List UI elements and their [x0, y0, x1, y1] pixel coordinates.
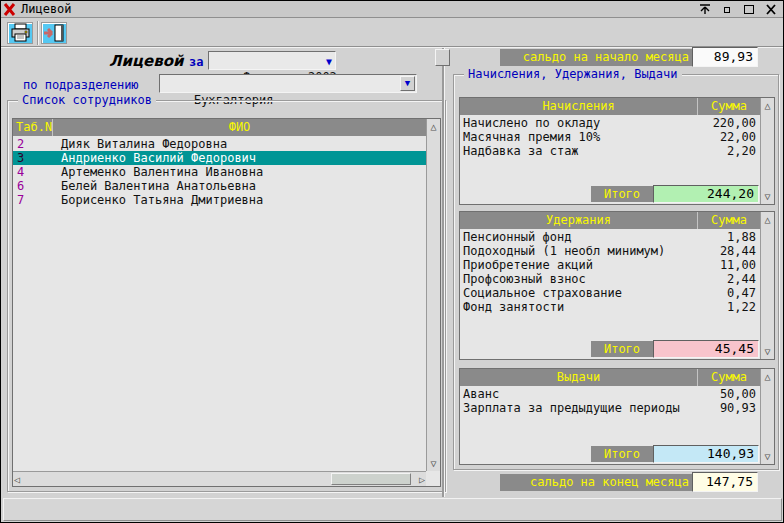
employees-group-title: Список сотрудников [18, 93, 156, 107]
table-row[interactable]: 2 Дияк Виталина Федоровна [13, 137, 426, 151]
accruals-body: Начислено по окладу 220,00 Масячная прем… [460, 116, 760, 184]
item-name: Фонд занятости [460, 300, 688, 314]
accruals-total: Итого 244,20 [591, 185, 759, 203]
scroll-up-icon[interactable]: △ [761, 99, 774, 112]
deductions-header: Удержания Сумма [460, 212, 760, 229]
deductions-total: Итого 45,45 [591, 340, 759, 358]
department-label: по подразделению [23, 78, 139, 92]
scroll-left-icon[interactable]: ◁ [14, 473, 20, 486]
row-tab-number: 2 [13, 137, 51, 151]
row-employee-name: Артеменко Валентина Ивановна [51, 165, 426, 179]
scroll-down-icon[interactable]: ▽ [761, 345, 774, 358]
payouts-total: Итого 140,93 [591, 445, 759, 463]
table-row[interactable]: 6 Белей Валентина Анатольевна [13, 179, 426, 193]
total-label: Итого [591, 341, 653, 357]
scroll-up-icon[interactable]: △ [761, 370, 774, 383]
department-select[interactable]: Бухгалтерия ▼ [159, 74, 417, 93]
item-amount: 2,20 [688, 144, 760, 158]
list-item[interactable]: Пенсионный фонд 1,88 [460, 230, 760, 244]
restore-icon[interactable] [719, 2, 735, 16]
table-row[interactable]: 7 Борисенко Татьяна Дмитриевна [13, 193, 426, 207]
accruals-header: Начисления Сумма [460, 98, 760, 115]
close-icon[interactable] [763, 2, 779, 16]
employees-groupbox: Список сотрудников Таб.N ФИО 2 Дияк Вита… [7, 100, 446, 492]
list-item[interactable]: Аванс 50,00 [460, 387, 760, 401]
list-item[interactable]: Масячная премия 10% 22,00 [460, 130, 760, 144]
list-item[interactable]: Зарплата за предыдущие периоды 90,93 [460, 401, 760, 415]
item-amount: 11,00 [688, 258, 760, 272]
saldo-end-value: 147,75 [692, 472, 758, 492]
vertical-scrollbar[interactable]: △ ▽ [426, 119, 440, 471]
item-amount: 22,00 [688, 130, 760, 144]
item-name: Аванс [460, 387, 688, 401]
total-label: Итого [591, 186, 653, 202]
row-tab-number: 6 [13, 179, 51, 193]
item-name: Профсоюзный взнос [460, 272, 688, 286]
row-employee-name: Борисенко Татьяна Дмитриевна [51, 193, 426, 207]
list-item[interactable]: Социальное страхование 0,47 [460, 286, 760, 300]
total-value: 244,20 [653, 185, 759, 203]
saldo-start-value: 89,93 [692, 47, 758, 67]
printer-icon [8, 23, 32, 43]
list-item[interactable]: Профсоюзный взнос 2,44 [460, 272, 760, 286]
horizontal-scrollbar[interactable]: ◁ ▷ [13, 471, 426, 486]
list-item[interactable]: Приобретение акций 11,00 [460, 258, 760, 272]
employees-table-body: 2 Дияк Виталина Федоровна 3 Андриенко Ва… [13, 137, 426, 471]
amount-column-header: Сумма [698, 98, 760, 115]
list-item[interactable]: Фонд занятости 1,22 [460, 300, 760, 314]
item-name: Начислено по окладу [460, 116, 688, 130]
column-header-tabn[interactable]: Таб.N [13, 119, 53, 136]
row-employee-name: Дияк Виталина Федоровна [51, 137, 426, 151]
rollup-icon[interactable] [697, 2, 713, 16]
section-title: Начисления [460, 98, 698, 115]
list-item[interactable]: Надбавка за стаж 2,20 [460, 144, 760, 158]
section-title: Удержания [460, 212, 698, 229]
item-amount: 220,00 [688, 116, 760, 130]
item-name: Подоходный (1 необл минимум) [460, 244, 688, 258]
title-bar[interactable]: Лицевой [1, 1, 783, 18]
row-tab-number: 3 [13, 151, 51, 165]
list-item[interactable]: Подоходный (1 необл минимум) 28,44 [460, 244, 760, 258]
item-name: Социальное страхование [460, 286, 688, 300]
item-name: Надбавка за стаж [460, 144, 688, 158]
scroll-down-icon[interactable]: ▽ [427, 457, 440, 470]
row-employee-name: Белей Валентина Анатольевна [51, 179, 426, 193]
total-value: 45,45 [653, 340, 759, 358]
vertical-scrollbar[interactable]: △ ▽ [760, 212, 774, 359]
scroll-up-icon[interactable]: △ [761, 213, 774, 226]
scroll-right-icon[interactable]: ▷ [419, 473, 425, 486]
vertical-scrollbar[interactable]: △ ▽ [760, 98, 774, 204]
item-amount: 28,44 [688, 244, 760, 258]
table-row-selected[interactable]: 3 Андриенко Василий Федорович [13, 151, 426, 165]
period-prefix-label: за [189, 55, 203, 69]
details-group-title: Начисления, Удержания, Выдачи [464, 67, 682, 81]
scroll-up-icon[interactable]: △ [427, 120, 440, 133]
vertical-scrollbar[interactable]: △ ▽ [760, 369, 774, 464]
section-title: Выдачи [460, 369, 698, 386]
status-bar [3, 498, 782, 521]
print-button[interactable] [7, 22, 33, 44]
exit-button[interactable] [41, 22, 67, 44]
item-amount: 1,88 [688, 230, 760, 244]
item-amount: 2,44 [688, 272, 760, 286]
item-amount: 90,93 [688, 401, 760, 415]
column-header-fio[interactable]: ФИО [53, 119, 426, 136]
amount-column-header: Сумма [698, 212, 760, 229]
chevron-down-icon[interactable]: ▼ [326, 53, 332, 70]
scroll-down-icon[interactable]: ▽ [761, 190, 774, 203]
exit-door-icon [42, 23, 66, 43]
splitter-handle[interactable] [435, 49, 450, 66]
maximize-icon[interactable] [741, 2, 757, 16]
table-row[interactable]: 4 Артеменко Валентина Ивановна [13, 165, 426, 179]
row-tab-number: 4 [13, 165, 51, 179]
scrollbar-thumb[interactable] [331, 473, 411, 485]
app-icon [3, 3, 17, 16]
scroll-down-icon[interactable]: ▽ [761, 450, 774, 463]
chevron-down-icon[interactable]: ▼ [400, 76, 415, 91]
employees-table: Таб.N ФИО 2 Дияк Виталина Федоровна 3 Ан… [12, 118, 441, 487]
item-amount: 50,00 [688, 387, 760, 401]
list-item[interactable]: Начислено по окладу 220,00 [460, 116, 760, 130]
item-name: Зарплата за предыдущие периоды [460, 401, 688, 415]
period-select[interactable]: Февраль 2002 ▼ [208, 51, 336, 70]
accruals-table: Начисления Сумма Начислено по окладу 220… [459, 97, 775, 205]
